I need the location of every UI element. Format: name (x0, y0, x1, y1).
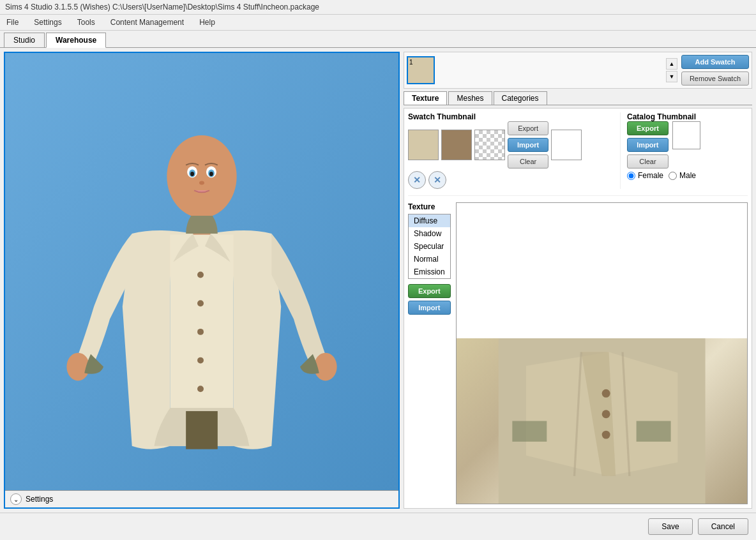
radio-male[interactable]: Male (669, 171, 696, 180)
texture-content: Swatch Thumbnail Export Import Clear (404, 108, 752, 509)
svg-rect-21 (636, 421, 670, 441)
viewer-area[interactable] (5, 53, 398, 490)
add-swatch-button[interactable]: Add Swatch (681, 55, 749, 69)
inner-tab-meshes[interactable]: Meshes (448, 91, 492, 105)
remove-thumb1-button[interactable]: ✕ (408, 171, 426, 189)
texture-item-shadow[interactable]: Shadow (409, 227, 450, 240)
thumb-specular (441, 130, 472, 160)
texture-preview-image (457, 338, 747, 504)
texture-bottom: Texture Diffuse Shadow Specular Normal E… (408, 202, 748, 504)
scroll-down-btn[interactable]: ▼ (666, 71, 677, 82)
main-tabs: Studio Warehouse (0, 31, 756, 48)
thumb-normal (474, 130, 505, 160)
swatches-list: 1 (407, 56, 662, 84)
swatch-export-button[interactable]: Export (508, 121, 548, 135)
texture-title: Texture (408, 202, 451, 211)
title-bar: Sims 4 Studio 3.1.5.5 (Wishes) C:\Users\… (0, 0, 756, 15)
svg-point-18 (601, 389, 610, 398)
catalog-preview (672, 121, 700, 149)
thumb-actions: Export Import Clear (508, 121, 548, 169)
swatch-thumb-area: Swatch Thumbnail Export Import Clear (408, 112, 616, 189)
texture-item-specular[interactable]: Specular (409, 240, 450, 253)
svg-rect-16 (186, 411, 218, 449)
main-content: ⌄ Settings 1 ▲ ▼ Add Swatch Remove Swatc… (0, 48, 756, 513)
catalog-clear-button[interactable]: Clear (627, 154, 669, 169)
catalog-import-button[interactable]: Import (627, 138, 669, 152)
texture-left: Texture Diffuse Shadow Specular Normal E… (408, 202, 451, 504)
menu-file[interactable]: File (3, 16, 22, 29)
texture-export-button[interactable]: Export (408, 284, 451, 298)
catalog-export-button[interactable]: Export (627, 121, 669, 135)
tab-warehouse[interactable]: Warehouse (46, 33, 106, 48)
radio-male-input[interactable] (669, 172, 677, 180)
swatch-thumbnail-title: Swatch Thumbnail (408, 112, 616, 121)
svg-point-9 (197, 272, 204, 278)
svg-point-7 (199, 181, 204, 184)
svg-point-20 (601, 431, 610, 439)
svg-point-13 (197, 386, 204, 392)
cancel-button[interactable]: Cancel (698, 518, 748, 535)
menu-bar: File Settings Tools Content Management H… (0, 15, 756, 31)
swatches-row: 1 ▲ ▼ Add Swatch Remove Swatch (404, 52, 752, 89)
texture-item-emission[interactable]: Emission (409, 266, 450, 278)
thumb-diffuse (408, 130, 439, 160)
inner-tab-texture[interactable]: Texture (404, 91, 447, 105)
swatch-clear-button[interactable]: Clear (508, 154, 548, 169)
bottom-bar: Save Cancel (0, 513, 756, 540)
swatch-import-button[interactable]: Import (508, 138, 548, 152)
svg-point-12 (197, 357, 204, 364)
swatch-label: 1 (409, 59, 413, 66)
texture-item-diffuse[interactable]: Diffuse (409, 214, 450, 227)
texture-item-normal[interactable]: Normal (409, 253, 450, 266)
menu-tools[interactable]: Tools (73, 16, 99, 29)
menu-content-management[interactable]: Content Management (107, 16, 188, 29)
remove-swatch-button[interactable]: Remove Swatch (681, 71, 749, 86)
menu-help[interactable]: Help (195, 16, 219, 29)
inner-tabs: Texture Meshes Categories (404, 91, 752, 105)
svg-point-19 (601, 410, 610, 418)
radio-female-input[interactable] (627, 172, 635, 180)
swatch-item[interactable]: 1 (407, 56, 435, 84)
section-divider (408, 195, 748, 196)
texture-import-button[interactable]: Import (408, 301, 451, 315)
svg-point-10 (197, 300, 204, 306)
texture-list: Diffuse Shadow Specular Normal Emission (408, 214, 451, 279)
radio-female-label: Female (638, 171, 663, 180)
inner-tab-categories[interactable]: Categories (494, 91, 547, 105)
radio-male-label: Male (679, 171, 696, 180)
settings-label: Settings (26, 495, 53, 504)
settings-bar: ⌄ Settings (5, 490, 398, 507)
menu-settings[interactable]: Settings (30, 16, 65, 29)
save-button[interactable]: Save (648, 518, 692, 535)
settings-arrow-icon[interactable]: ⌄ (10, 493, 22, 505)
catalog-and-swatch-row: Swatch Thumbnail Export Import Clear (408, 112, 748, 189)
catalog-actions: Export Import Clear (627, 121, 669, 169)
radio-group: Female Male (627, 171, 748, 180)
svg-point-5 (190, 172, 194, 176)
swatch-buttons: Add Swatch Remove Swatch (681, 55, 749, 86)
tab-studio[interactable]: Studio (4, 33, 45, 47)
thumb-empty (551, 130, 582, 160)
catalog-thumb-area: Catalog Thumbnail Export Import Clear Fe… (620, 112, 748, 189)
svg-point-11 (197, 329, 204, 335)
svg-point-0 (167, 135, 236, 218)
svg-rect-22 (512, 421, 547, 441)
remove-thumb2-button[interactable]: ✕ (428, 171, 446, 189)
catalog-thumbnail-title: Catalog Thumbnail (627, 112, 748, 121)
scroll-up-btn[interactable]: ▲ (666, 58, 677, 70)
viewer-panel: ⌄ Settings (4, 52, 400, 509)
texture-preview (456, 202, 748, 504)
svg-point-6 (209, 172, 213, 176)
character-display (5, 53, 398, 490)
swatch-scroll: ▲ ▼ (666, 58, 677, 82)
texture-export-btns: Export Import (408, 284, 451, 315)
catalog-row-inner: Export Import Clear (627, 121, 748, 169)
radio-female[interactable]: Female (627, 171, 663, 180)
title-text: Sims 4 Studio 3.1.5.5 (Wishes) C:\Users\… (5, 3, 319, 11)
right-panel: 1 ▲ ▼ Add Swatch Remove Swatch Texture M… (404, 52, 752, 509)
